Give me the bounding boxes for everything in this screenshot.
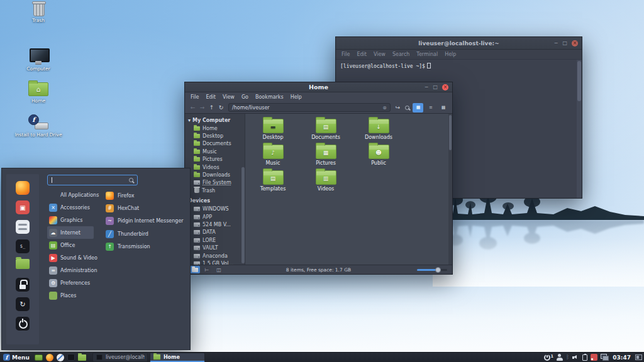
launcher-icon[interactable]: [35, 354, 43, 361]
category-item[interactable]: × Accessories: [47, 201, 94, 214]
sidebar-place-item[interactable]: File System: [188, 179, 245, 187]
menu-item[interactable]: View: [374, 52, 386, 57]
category-item[interactable]: ≡ Administration: [47, 264, 94, 277]
desktop-icon[interactable]: f Install to Hard Drive: [12, 114, 65, 138]
folder-item[interactable]: ▤ Documents: [299, 119, 352, 145]
menu-item[interactable]: Search: [392, 52, 409, 57]
side-pane-mode-button[interactable]: ◫: [214, 266, 224, 273]
desktop-icon[interactable]: Computer: [12, 48, 65, 72]
side-pane-mode-button[interactable]: ⊢: [202, 266, 212, 273]
application-item[interactable]: Firefox: [106, 189, 189, 202]
desktop-icon[interactable]: Trash: [12, 0, 65, 23]
category-item[interactable]: All Applications: [47, 189, 94, 201]
search-icon[interactable]: [405, 106, 409, 110]
clock[interactable]: 03:47: [611, 354, 632, 361]
close-button[interactable]: ×: [572, 40, 578, 47]
application-item[interactable]: ╱ Thunderbird: [106, 228, 189, 240]
favorite-icon[interactable]: $_: [16, 239, 30, 253]
clear-path-icon[interactable]: ⊗: [382, 105, 387, 111]
tray-icon[interactable]: [572, 354, 579, 361]
close-button[interactable]: ×: [442, 84, 448, 90]
folder-item[interactable]: ♪ Music: [247, 145, 299, 170]
favorite-icon[interactable]: [16, 259, 30, 269]
tray-icon[interactable]: [557, 354, 563, 361]
zoom-slider-thumb[interactable]: [435, 267, 441, 273]
sidebar-place-item[interactable]: Home: [188, 124, 245, 132]
taskbar-task[interactable]: liveuser@localh...: [92, 353, 148, 362]
sidebar-place-item[interactable]: Music: [188, 148, 245, 155]
nav-button[interactable]: →: [198, 104, 206, 111]
new-tab-icon[interactable]: ↪: [394, 104, 402, 111]
application-item[interactable]: ~ Pidgin Internet Messenger: [106, 215, 189, 228]
taskbar-task[interactable]: Home: [150, 353, 205, 362]
sidebar-place-item[interactable]: Downloads: [188, 171, 245, 178]
category-item[interactable]: Graphics: [47, 214, 94, 226]
category-item[interactable]: ▤ Office: [47, 239, 94, 251]
launcher-icon[interactable]: [46, 354, 53, 361]
desktop-icon[interactable]: ⌂ Home: [12, 81, 65, 104]
sidebar-device-item[interactable]: VAULT: [188, 244, 245, 251]
expander-icon[interactable]: ▾: [188, 118, 191, 123]
category-item[interactable]: ☁ Internet: [47, 226, 94, 239]
maximize-button[interactable]: □: [562, 41, 567, 46]
folder-item[interactable]: ▦ Pictures: [299, 145, 352, 170]
tray-icon[interactable]: 1: [544, 354, 553, 361]
category-item[interactable]: ⚙ Preferences: [47, 277, 94, 289]
minimize-button[interactable]: −: [425, 85, 429, 90]
favorite-icon[interactable]: [16, 220, 30, 234]
menu-item[interactable]: Bookmarks: [255, 94, 284, 100]
favorite-icon[interactable]: [16, 278, 30, 292]
pager-icon[interactable]: [635, 354, 642, 360]
terminal-scrollbar[interactable]: [577, 60, 582, 198]
sidebar-place-item[interactable]: Videos: [188, 163, 245, 171]
side-pane-mode-button[interactable]: [190, 266, 200, 273]
sidebar-device-item[interactable]: WINDOWS: [188, 206, 245, 213]
favorite-icon[interactable]: [16, 317, 30, 331]
nav-button[interactable]: ↻: [217, 104, 225, 111]
file-view-scrollbar[interactable]: [448, 114, 452, 265]
sidebar-device-item[interactable]: DATA: [188, 229, 245, 236]
menu-item[interactable]: Edit: [357, 52, 367, 57]
launcher-icon[interactable]: [57, 354, 64, 361]
favorite-icon[interactable]: ↻: [16, 297, 30, 311]
maximize-button[interactable]: □: [433, 85, 438, 90]
minimize-button[interactable]: −: [554, 41, 558, 46]
folder-item[interactable]: ▬ Desktop: [247, 119, 299, 145]
view-toggle-button[interactable]: ▦: [413, 103, 423, 112]
sidebar-device-item[interactable]: 524 MB V...: [188, 221, 245, 228]
menu-item[interactable]: Edit: [206, 94, 216, 100]
folder-item[interactable]: ☻ Public: [352, 145, 405, 170]
sidebar-scrollbar[interactable]: [242, 167, 245, 263]
tray-icon[interactable]: [582, 354, 587, 361]
folder-item[interactable]: ↓ Downloads: [352, 119, 405, 145]
sidebar-place-item[interactable]: Desktop: [188, 132, 245, 140]
terminal-titlebar[interactable]: liveuser@localhost-live:~ − □ ×: [336, 37, 582, 50]
sidebar-root[interactable]: ▾ My Computer: [188, 116, 245, 124]
menu-item[interactable]: Help: [291, 94, 302, 100]
menu-button[interactable]: f Menu: [2, 353, 31, 362]
file-manager-titlebar[interactable]: Home − □ ×: [185, 82, 452, 92]
launcher-icon[interactable]: [78, 354, 86, 361]
favorite-icon[interactable]: ▣: [16, 200, 30, 214]
folder-item[interactable]: ▤ Templates: [247, 170, 299, 196]
launcher-icon[interactable]: [67, 354, 75, 361]
sidebar-device-item[interactable]: LORE: [188, 236, 245, 244]
tray-icon[interactable]: ᛒ: [566, 354, 569, 361]
tray-icon[interactable]: [591, 354, 597, 361]
file-view[interactable]: ▬ Desktop ▤ Documents: [245, 114, 452, 265]
menu-item[interactable]: File: [191, 94, 199, 100]
view-toggle-button[interactable]: ≡: [425, 103, 436, 112]
view-toggle-button[interactable]: ▮▮: [438, 103, 448, 112]
sidebar-device-item[interactable]: Anaconda: [188, 252, 245, 260]
nav-button[interactable]: ↑: [208, 104, 216, 111]
favorite-icon[interactable]: [16, 181, 30, 195]
menu-search-input[interactable]: [47, 175, 138, 185]
tray-icon[interactable]: [601, 354, 608, 361]
category-item[interactable]: Places: [47, 289, 94, 302]
sidebar-device-item[interactable]: 1.5 GB Vol...: [188, 260, 245, 265]
sidebar-place-item[interactable]: Pictures: [188, 156, 245, 163]
menu-item[interactable]: Go: [242, 94, 248, 100]
path-bar[interactable]: /home/liveuser ⊗: [228, 103, 391, 112]
category-item[interactable]: ▶ Sound & Video: [47, 251, 94, 264]
sidebar-place-item[interactable]: Trash: [188, 187, 245, 194]
